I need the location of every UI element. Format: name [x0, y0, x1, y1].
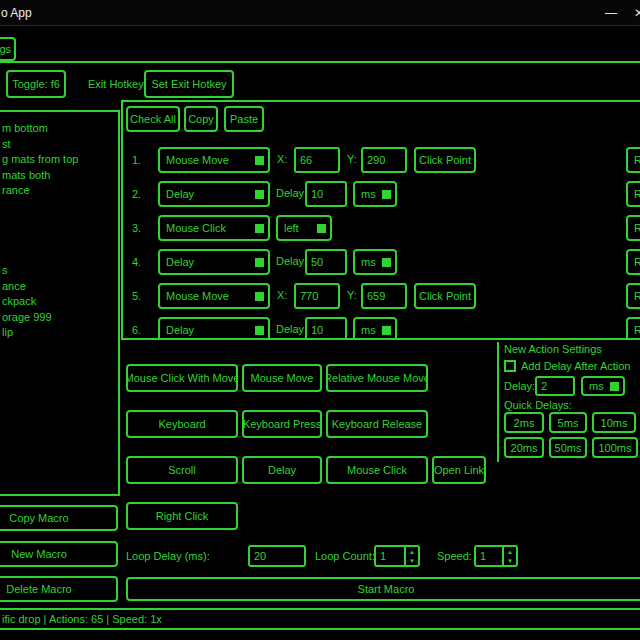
- quick-delay-20ms-button[interactable]: 20ms: [504, 437, 544, 458]
- delay-input[interactable]: [305, 317, 347, 340]
- spinner-down-icon[interactable]: ▾: [504, 556, 516, 565]
- delay-label: Delay: [276, 255, 304, 267]
- app-window: o App — ✕ gs Toggle: f6 Exit Hotkey: Set…: [0, 0, 640, 640]
- ms-dropdown[interactable]: ms: [353, 249, 397, 275]
- add-mouse-click-with-move-button[interactable]: Mouse Click With Move: [126, 364, 238, 392]
- exit-hotkey-label: Exit Hotkey:: [88, 78, 147, 90]
- spinner-up-icon[interactable]: ▴: [504, 547, 516, 556]
- click-point-button[interactable]: Click Point: [414, 147, 476, 173]
- action-type-dropdown[interactable]: Delay: [158, 317, 270, 340]
- loop-delay-input[interactable]: [248, 545, 306, 567]
- x-input[interactable]: [294, 147, 340, 173]
- add-keyboard-button[interactable]: Keyboard: [126, 410, 238, 438]
- speed-spinner[interactable]: ▴ ▾: [474, 545, 518, 567]
- macro-list-item[interactable]: ckpack: [2, 294, 116, 310]
- remove-button[interactable]: R: [626, 215, 640, 241]
- add-right-click-button[interactable]: Right Click: [126, 502, 238, 530]
- new-macro-button[interactable]: New Macro: [0, 541, 118, 567]
- delay-input[interactable]: [305, 249, 347, 275]
- start-macro-button[interactable]: Start Macro: [126, 577, 640, 601]
- loop-count-spinner[interactable]: ▴ ▾: [374, 545, 420, 567]
- top-divider: [0, 61, 640, 63]
- delay-input[interactable]: [305, 181, 347, 207]
- quick-delay-5ms-button[interactable]: 5ms: [549, 412, 587, 433]
- macro-list-group-bottom: s ance ckpack orage 999 lip: [2, 263, 116, 341]
- window-title: o App: [1, 6, 32, 20]
- close-button[interactable]: ✕: [628, 4, 640, 22]
- loop-count-input[interactable]: [376, 547, 404, 565]
- y-input[interactable]: [361, 283, 407, 309]
- action-type-dropdown[interactable]: Delay: [158, 181, 270, 207]
- y-input[interactable]: [361, 147, 407, 173]
- spinner-up-icon[interactable]: ▴: [406, 547, 418, 556]
- add-delay-button[interactable]: Delay: [242, 456, 322, 484]
- action-row: 2. Delay Delay ms R: [123, 181, 640, 207]
- dropdown-indicator-icon: [255, 258, 264, 267]
- action-row: 4. Delay Delay ms R: [123, 249, 640, 275]
- macro-list-item[interactable]: g mats from top: [2, 152, 116, 168]
- add-keyboard-press-button[interactable]: Keyboard Press: [242, 410, 322, 438]
- add-mouse-move-button[interactable]: Mouse Move: [242, 364, 322, 392]
- quick-delay-2ms-button[interactable]: 2ms: [504, 412, 544, 433]
- remove-button[interactable]: R: [626, 283, 640, 309]
- new-action-delay-input[interactable]: [535, 376, 575, 396]
- macro-list-item[interactable]: s: [2, 263, 116, 279]
- remove-button[interactable]: R: [626, 317, 640, 340]
- spinner-down-icon[interactable]: ▾: [406, 556, 418, 565]
- x-label: X:: [277, 153, 287, 165]
- dropdown-indicator-icon: [255, 224, 264, 233]
- action-index: 1.: [132, 147, 141, 173]
- quick-delay-50ms-button[interactable]: 50ms: [549, 437, 587, 458]
- action-type-dropdown[interactable]: Delay: [158, 249, 270, 275]
- minimize-button[interactable]: —: [600, 4, 622, 22]
- add-relative-mouse-move-button[interactable]: Relative Mouse Move: [326, 364, 428, 392]
- mouse-button-dropdown[interactable]: left: [276, 215, 332, 241]
- quick-delay-100ms-button[interactable]: 100ms: [592, 437, 638, 458]
- mouse-button-value: left: [284, 222, 299, 234]
- dropdown-indicator-icon: [255, 156, 264, 165]
- quick-delay-10ms-button[interactable]: 10ms: [592, 412, 636, 433]
- action-type-value: Delay: [166, 324, 194, 336]
- paste-button[interactable]: Paste: [224, 106, 264, 132]
- dropdown-indicator-icon: [382, 326, 391, 335]
- x-input[interactable]: [294, 283, 340, 309]
- remove-button[interactable]: R: [626, 147, 640, 173]
- action-type-dropdown[interactable]: Mouse Move: [158, 283, 270, 309]
- remove-button[interactable]: R: [626, 181, 640, 207]
- macro-list-item[interactable]: mats both: [2, 168, 116, 184]
- macro-list-item[interactable]: st: [2, 137, 116, 153]
- ms-dropdown[interactable]: ms: [353, 181, 397, 207]
- new-action-ms-dropdown[interactable]: ms: [581, 376, 625, 396]
- add-mouse-click-button[interactable]: Mouse Click: [326, 456, 428, 484]
- ms-dropdown[interactable]: ms: [353, 317, 397, 340]
- unit-value: ms: [589, 380, 604, 392]
- copy-button[interactable]: Copy: [184, 106, 218, 132]
- speed-input[interactable]: [476, 547, 502, 565]
- add-scroll-button[interactable]: Scroll: [126, 456, 238, 484]
- macro-list-item[interactable]: orage 999: [2, 310, 116, 326]
- settings-tab[interactable]: gs: [0, 37, 16, 61]
- macro-list-item[interactable]: m bottom: [2, 121, 116, 137]
- action-type-value: Delay: [166, 256, 194, 268]
- copy-macro-button[interactable]: Copy Macro: [0, 505, 118, 531]
- delete-macro-button[interactable]: Delete Macro: [0, 576, 118, 602]
- macro-list-item[interactable]: rance: [2, 183, 116, 199]
- action-type-dropdown[interactable]: Mouse Click: [158, 215, 270, 241]
- action-type-dropdown[interactable]: Mouse Move: [158, 147, 270, 173]
- check-all-button[interactable]: Check All: [126, 106, 180, 132]
- remove-button[interactable]: R: [626, 249, 640, 275]
- new-action-settings-title: New Action Settings: [504, 343, 602, 355]
- add-delay-checkbox[interactable]: [504, 360, 516, 372]
- macro-list-item[interactable]: lip: [2, 325, 116, 341]
- macro-list[interactable]: m bottom st g mats from top mats both ra…: [0, 110, 120, 496]
- action-type-value: Delay: [166, 188, 194, 200]
- toggle-hotkey-button[interactable]: Toggle: f6: [6, 70, 66, 98]
- click-point-button[interactable]: Click Point: [414, 283, 476, 309]
- loop-count-label: Loop Count:: [315, 550, 375, 562]
- action-type-value: Mouse Move: [166, 154, 229, 166]
- macro-list-item[interactable]: ance: [2, 279, 116, 295]
- set-exit-hotkey-button[interactable]: Set Exit Hotkey: [144, 70, 234, 98]
- dropdown-indicator-icon: [255, 190, 264, 199]
- add-open-link-button[interactable]: Open Link: [432, 456, 486, 484]
- add-keyboard-release-button[interactable]: Keyboard Release: [326, 410, 428, 438]
